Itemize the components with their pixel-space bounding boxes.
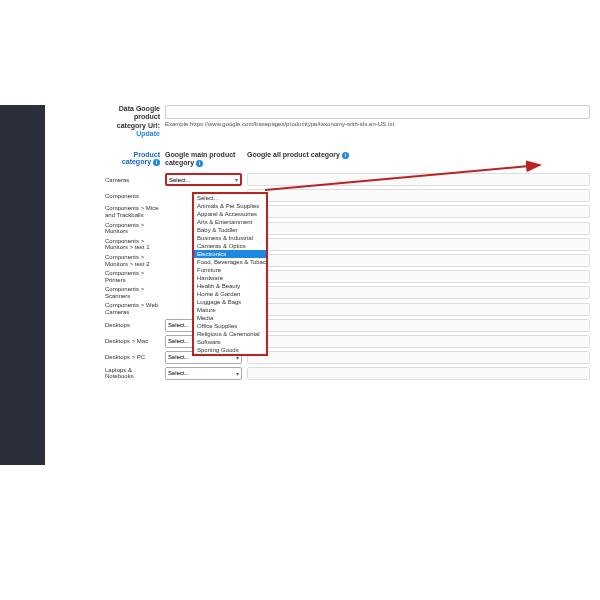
update-link[interactable]: Update (105, 130, 160, 138)
category-label: Components > Monitors > test 1 (105, 238, 165, 251)
dropdown-option[interactable]: Software (194, 338, 266, 346)
category-label: Components > Printers (105, 270, 165, 283)
header-google-main: Google main product category i (165, 151, 247, 168)
all-category-cell (247, 286, 590, 299)
all-category-cell (247, 270, 590, 283)
url-label-line2: category Url: (117, 122, 160, 129)
all-category-cell (247, 351, 590, 364)
category-row: Components > Monitors > test 1 (105, 238, 590, 251)
category-row: DesktopsSelect... (105, 319, 590, 332)
category-label: Desktops (105, 322, 165, 329)
category-label: Components > Monitors (105, 222, 165, 235)
category-dropdown[interactable]: Select...Animals & Pet SuppliesApparel &… (192, 192, 268, 356)
all-category-input[interactable] (247, 205, 590, 218)
all-category-cell (247, 367, 590, 380)
all-category-input[interactable] (247, 351, 590, 364)
category-row: Components > Monitors > test 2 (105, 254, 590, 267)
info-icon[interactable]: i (342, 152, 349, 159)
all-category-input[interactable] (247, 335, 590, 348)
category-row: Components > Mice and Trackballs (105, 205, 590, 218)
category-row: Components > Printers (105, 270, 590, 283)
category-row: Desktops > MacSelect... (105, 335, 590, 348)
dropdown-option[interactable]: Mature (194, 306, 266, 314)
info-icon[interactable]: i (153, 159, 160, 166)
all-category-input[interactable] (247, 303, 590, 316)
all-category-input[interactable] (247, 254, 590, 267)
category-label: Desktops > PC (105, 354, 165, 361)
category-row: CamerasSelect... (105, 173, 590, 186)
admin-sidebar (0, 105, 45, 465)
all-category-input[interactable] (247, 367, 590, 380)
category-row: Components > Monitors (105, 222, 590, 235)
dropdown-option[interactable]: Apparel & Accessories (194, 210, 266, 218)
all-category-cell (247, 173, 590, 186)
all-category-input[interactable] (247, 189, 590, 202)
info-icon[interactable]: i (196, 160, 203, 167)
category-label: Components > Monitors > test 2 (105, 254, 165, 267)
dropdown-option[interactable]: Media (194, 314, 266, 322)
category-row: Components (105, 189, 590, 202)
dropdown-option[interactable]: Select... (194, 194, 266, 202)
dropdown-option[interactable]: Office Supplies (194, 322, 266, 330)
category-label: Desktops > Mac (105, 338, 165, 345)
dropdown-option[interactable]: Home & Garden (194, 290, 266, 298)
column-headers: Product category i Google main product c… (105, 151, 590, 168)
dropdown-option[interactable]: Hardware (194, 274, 266, 282)
all-category-cell (247, 319, 590, 332)
dropdown-list[interactable]: Select...Animals & Pet SuppliesApparel &… (194, 194, 266, 354)
dropdown-option[interactable]: Cameras & Optics (194, 242, 266, 250)
header-product-category: Product category i (105, 151, 165, 168)
category-label: Components > Scanners (105, 286, 165, 299)
all-category-input[interactable] (247, 286, 590, 299)
url-field-wrap: Example:https://www.google.com/basepages… (165, 105, 590, 127)
all-category-cell (247, 254, 590, 267)
url-label-line1: Data Google product (119, 105, 160, 120)
url-label: Data Google product category Url: Update (105, 105, 165, 139)
rows-container: CamerasSelect...ComponentsComponents > M… (105, 173, 590, 380)
dropdown-option[interactable]: Business & Industrial (194, 234, 266, 242)
all-category-input[interactable] (247, 222, 590, 235)
all-category-input[interactable] (247, 270, 590, 283)
header-google-all: Google all product category i (247, 151, 590, 168)
dropdown-option[interactable]: Electronics (194, 250, 266, 258)
all-category-cell (247, 205, 590, 218)
category-label: Cameras (105, 177, 165, 184)
url-hint: Example:https://www.google.com/basepages… (165, 121, 590, 127)
category-row: Desktops > PCSelect... (105, 351, 590, 364)
content-area: Data Google product category Url: Update… (45, 105, 600, 600)
main-category-select[interactable]: Select... (165, 367, 242, 380)
all-category-cell (247, 238, 590, 251)
category-row: Components > Scanners (105, 286, 590, 299)
dropdown-option[interactable]: Arts & Entertainment (194, 218, 266, 226)
category-label: Laptops & Notebooks (105, 367, 165, 380)
category-row: Laptops & NotebooksSelect... (105, 367, 590, 380)
all-category-cell (247, 335, 590, 348)
all-category-cell (247, 222, 590, 235)
all-category-input[interactable] (247, 319, 590, 332)
category-label: Components > Mice and Trackballs (105, 205, 165, 218)
main-category-select[interactable]: Select... (165, 173, 242, 186)
all-category-cell (247, 189, 590, 202)
dropdown-option[interactable]: Animals & Pet Supplies (194, 202, 266, 210)
main-category-cell: Select... (165, 173, 247, 186)
category-label: Components (105, 193, 165, 200)
all-category-input[interactable] (247, 173, 590, 186)
category-row: Components > Web Cameras (105, 302, 590, 315)
url-input[interactable] (165, 105, 590, 119)
dropdown-option[interactable]: Luggage & Bags (194, 298, 266, 306)
dropdown-option[interactable]: Baby & Toddler (194, 226, 266, 234)
dropdown-option[interactable]: Sporting Goods (194, 346, 266, 354)
all-category-cell (247, 303, 590, 316)
dropdown-option[interactable]: Health & Beauty (194, 282, 266, 290)
category-label: Components > Web Cameras (105, 302, 165, 315)
main-category-cell: Select... (165, 367, 247, 380)
url-row: Data Google product category Url: Update… (105, 105, 590, 139)
dropdown-option[interactable]: Furniture (194, 266, 266, 274)
all-category-input[interactable] (247, 238, 590, 251)
dropdown-option[interactable]: Food, Beverages & Tobacco (194, 258, 266, 266)
dropdown-option[interactable]: Religious & Ceremonial (194, 330, 266, 338)
